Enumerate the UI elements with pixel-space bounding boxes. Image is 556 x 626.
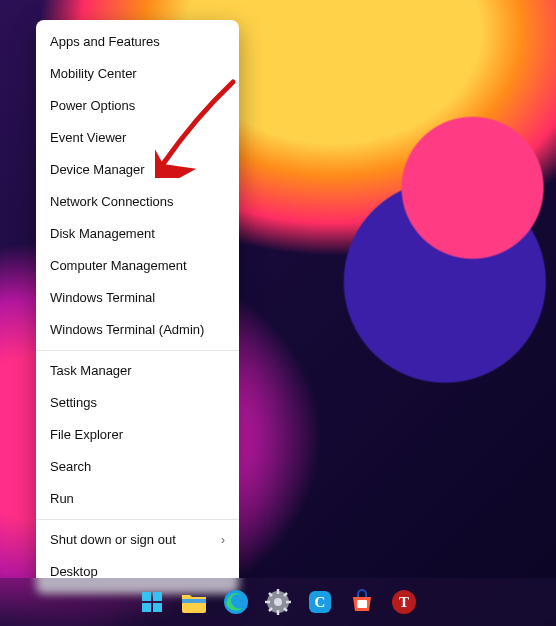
- winx-context-menu: Apps and Features Mobility Center Power …: [36, 20, 239, 594]
- svg-rect-2: [142, 603, 151, 612]
- menu-item-shut-down[interactable]: Shut down or sign out ›: [36, 524, 239, 556]
- menu-item-label: Computer Management: [50, 257, 187, 275]
- menu-item-label: Power Options: [50, 97, 135, 115]
- menu-item-settings[interactable]: Settings: [36, 387, 239, 419]
- menu-item-disk-management[interactable]: Disk Management: [36, 218, 239, 250]
- menu-item-label: Search: [50, 458, 91, 476]
- menu-item-label: Shut down or sign out: [50, 531, 176, 549]
- menu-item-label: Run: [50, 490, 74, 508]
- menu-item-label: Windows Terminal (Admin): [50, 321, 204, 339]
- menu-item-mobility-center[interactable]: Mobility Center: [36, 58, 239, 90]
- menu-item-computer-management[interactable]: Computer Management: [36, 250, 239, 282]
- menu-item-network-connections[interactable]: Network Connections: [36, 186, 239, 218]
- store-icon[interactable]: [348, 588, 376, 616]
- settings-icon[interactable]: [264, 588, 292, 616]
- svg-rect-1: [153, 592, 162, 601]
- menu-item-windows-terminal-admin[interactable]: Windows Terminal (Admin): [36, 314, 239, 346]
- menu-separator: [36, 519, 239, 520]
- menu-item-label: Task Manager: [50, 362, 132, 380]
- menu-item-search[interactable]: Search: [36, 451, 239, 483]
- menu-item-label: File Explorer: [50, 426, 123, 444]
- svg-rect-3: [153, 603, 162, 612]
- svg-text:C: C: [315, 594, 326, 610]
- menu-item-file-explorer[interactable]: File Explorer: [36, 419, 239, 451]
- edge-icon[interactable]: [222, 588, 250, 616]
- app-t-icon[interactable]: T: [390, 588, 418, 616]
- menu-item-label: Disk Management: [50, 225, 155, 243]
- menu-item-label: Event Viewer: [50, 129, 126, 147]
- menu-item-device-manager[interactable]: Device Manager: [36, 154, 239, 186]
- menu-item-label: Windows Terminal: [50, 289, 155, 307]
- svg-point-7: [274, 598, 282, 606]
- menu-item-windows-terminal[interactable]: Windows Terminal: [36, 282, 239, 314]
- taskbar: C T: [0, 578, 556, 626]
- file-explorer-icon[interactable]: [180, 588, 208, 616]
- svg-rect-0: [142, 592, 151, 601]
- menu-item-label: Apps and Features: [50, 33, 160, 51]
- svg-text:T: T: [399, 594, 409, 610]
- menu-separator: [36, 350, 239, 351]
- menu-item-power-options[interactable]: Power Options: [36, 90, 239, 122]
- menu-item-label: Network Connections: [50, 193, 174, 211]
- desktop: Apps and Features Mobility Center Power …: [0, 0, 556, 626]
- svg-rect-4: [182, 599, 206, 603]
- menu-item-task-manager[interactable]: Task Manager: [36, 355, 239, 387]
- menu-item-label: Settings: [50, 394, 97, 412]
- svg-rect-18: [357, 600, 367, 608]
- chat-icon[interactable]: C: [306, 588, 334, 616]
- menu-item-apps-features[interactable]: Apps and Features: [36, 26, 239, 58]
- chevron-right-icon: ›: [221, 531, 225, 549]
- menu-item-event-viewer[interactable]: Event Viewer: [36, 122, 239, 154]
- menu-item-run[interactable]: Run: [36, 483, 239, 515]
- start-icon[interactable]: [138, 588, 166, 616]
- menu-item-label: Mobility Center: [50, 65, 137, 83]
- menu-item-label: Device Manager: [50, 161, 145, 179]
